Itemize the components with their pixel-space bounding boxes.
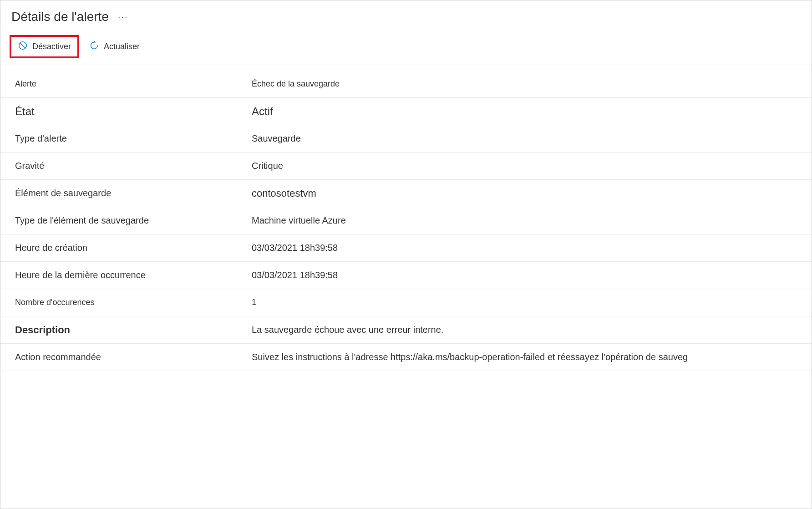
detail-row: ÉtatActif [0, 98, 812, 125]
detail-row: Heure de la dernière occurrence03/03/202… [0, 262, 812, 289]
detail-label: Action recommandée [15, 352, 252, 362]
details-section: AlerteÉchec de la sauvegardeÉtatActifTyp… [0, 65, 812, 371]
svg-line-1 [20, 43, 25, 48]
deactivate-label: Désactiver [32, 42, 71, 51]
detail-label: Type d'alerte [15, 133, 252, 144]
detail-label: Heure de la dernière occurrence [15, 270, 252, 280]
detail-value: Actif [252, 105, 273, 118]
detail-row: GravitéCritique [0, 153, 812, 180]
alert-details-panel: Détails de l'alerte ··· Désactiver Actua… [0, 0, 812, 509]
detail-row: Type d'alerteSauvegarde [0, 125, 812, 153]
detail-row: AlerteÉchec de la sauvegarde [0, 71, 812, 98]
detail-value: 03/03/2021 18h39:58 [252, 270, 338, 280]
more-icon[interactable]: ··· [118, 12, 128, 22]
page-title: Détails de l'alerte [11, 10, 109, 24]
detail-row: Type de l'élément de sauvegardeMachine v… [0, 207, 812, 234]
detail-row: DescriptionLa sauvegarde échoue avec une… [0, 316, 812, 344]
refresh-label: Actualiser [104, 42, 140, 51]
detail-value: Critique [252, 161, 283, 171]
detail-label: Description [15, 324, 252, 336]
detail-row: Élément de sauvegardecontosotestvm [0, 180, 812, 207]
detail-value: La sauvegarde échoue avec une erreur int… [252, 325, 443, 335]
detail-row: Action recommandéeSuivez les instruction… [0, 344, 812, 371]
detail-value: Sauvegarde [252, 133, 301, 144]
detail-label: Élément de sauvegarde [15, 188, 252, 199]
detail-label: Heure de création [15, 243, 252, 253]
refresh-button[interactable]: Actualiser [83, 37, 146, 56]
detail-row: Heure de création03/03/2021 18h39:58 [0, 234, 812, 262]
toolbar: Désactiver Actualiser [0, 30, 812, 65]
deactivate-button[interactable]: Désactiver [10, 35, 79, 58]
header: Détails de l'alerte ··· [0, 0, 812, 30]
detail-value: 03/03/2021 18h39:58 [252, 243, 338, 253]
refresh-icon [89, 41, 99, 53]
detail-label: Gravité [15, 161, 252, 171]
detail-label: Alerte [15, 79, 252, 89]
detail-value: Échec de la sauvegarde [252, 79, 340, 89]
detail-label: État [15, 105, 252, 118]
detail-value: contosotestvm [252, 188, 316, 199]
prohibit-icon [18, 41, 28, 53]
detail-value: Machine virtuelle Azure [252, 215, 346, 226]
detail-value: Suivez les instructions à l'adresse http… [252, 352, 688, 362]
detail-row: Nombre d'occurences1 [0, 289, 812, 316]
detail-label: Nombre d'occurences [15, 298, 252, 307]
detail-label: Type de l'élément de sauvegarde [15, 215, 252, 226]
detail-value: 1 [252, 298, 256, 307]
